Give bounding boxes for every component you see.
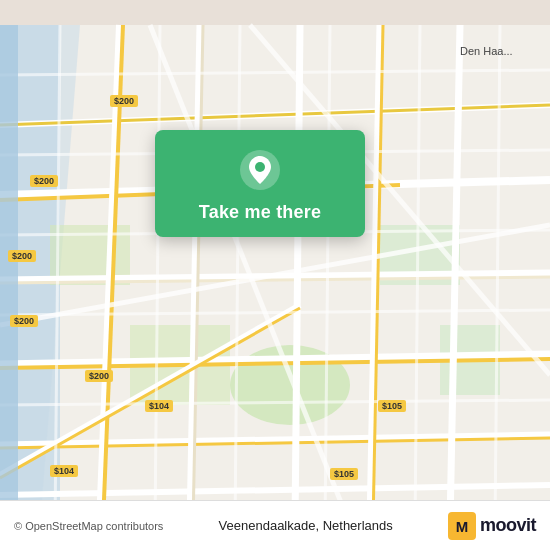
location-info: © OpenStreetMap contributors (14, 520, 163, 532)
road-label-s104-2: $104 (50, 465, 78, 477)
road-label-s200-4: $200 (10, 315, 38, 327)
road-label-s200-5: $200 (85, 370, 113, 382)
moovit-icon: M (448, 512, 476, 540)
road-label-s104-1: $104 (145, 400, 173, 412)
map-container: Den Haa... $200 $200 $200 $200 $200 $104… (0, 0, 550, 550)
copyright-text: © OpenStreetMap contributors (14, 520, 163, 532)
road-label-s200-1: $200 (110, 95, 138, 107)
take-me-there-button[interactable]: Take me there (199, 202, 321, 223)
svg-line-23 (295, 25, 300, 525)
map-background: Den Haa... (0, 0, 550, 550)
moovit-logo: M moovit (448, 512, 536, 540)
road-label-s200-2: $200 (30, 175, 58, 187)
road-label-s105-1: $105 (378, 400, 406, 412)
bottom-bar: © OpenStreetMap contributors Veenendaalk… (0, 500, 550, 550)
svg-text:Den Haa...: Den Haa... (460, 45, 513, 57)
location-name-text: Veenendaalkade, Netherlands (219, 518, 393, 533)
moovit-text: moovit (480, 515, 536, 536)
location-card[interactable]: Take me there (155, 130, 365, 237)
svg-text:M: M (456, 518, 469, 535)
location-pin-icon (238, 148, 282, 192)
svg-rect-44 (0, 25, 18, 525)
road-label-s200-3: $200 (8, 250, 36, 262)
road-label-s105-2: $105 (330, 468, 358, 480)
svg-point-46 (255, 162, 265, 172)
